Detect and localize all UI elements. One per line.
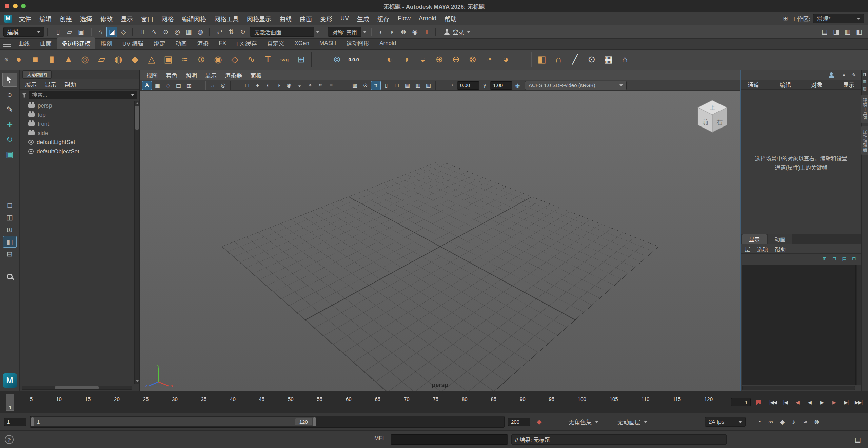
create-layer-from-selected-button[interactable]: ⊡ xyxy=(830,255,839,263)
separate-icon[interactable]: ◑ xyxy=(398,52,414,67)
shelf-tab[interactable]: XGen xyxy=(290,38,314,48)
move-tool-button[interactable]: + xyxy=(2,117,17,132)
lock-camera-icon[interactable]: ▣ xyxy=(153,81,162,90)
pencil-icon[interactable]: ✎ xyxy=(850,71,859,79)
snap-to-point-button[interactable]: ⊙ xyxy=(160,27,171,37)
menubar-item[interactable]: 网格显示 xyxy=(243,12,275,25)
exposure-field[interactable] xyxy=(457,81,479,90)
shelf-tab[interactable]: 曲线 xyxy=(14,37,35,49)
fps-dropdown[interactable]: 24 fps xyxy=(705,417,746,427)
play-backwards-button[interactable]: ◀ xyxy=(804,396,816,409)
search-input[interactable] xyxy=(32,92,129,98)
layer-editor-menu-item[interactable]: 层 xyxy=(745,245,750,253)
menubar-item[interactable]: 曲线 xyxy=(275,12,296,25)
channel-box-menu-item[interactable]: 通道 xyxy=(748,80,759,89)
layer-options-button[interactable]: ▤ xyxy=(840,255,849,263)
view-cube[interactable]: 上 前 右 xyxy=(693,98,731,136)
lasso-tool-button[interactable]: ○ xyxy=(2,87,17,102)
tool-settings-tab-icon[interactable]: ▥ xyxy=(862,78,868,84)
outliner-horizontal-scrollbar[interactable] xyxy=(22,386,132,390)
channel-box-menu-item[interactable]: 对象 xyxy=(811,80,823,89)
menubar-item[interactable]: 帮助 xyxy=(440,12,461,25)
shelf-editor-gear-icon[interactable] xyxy=(2,52,11,67)
scale-tool-button[interactable]: ▣ xyxy=(2,147,17,161)
wireframe-icon[interactable]: □ xyxy=(242,81,252,90)
chevron-down-icon[interactable] xyxy=(316,31,319,33)
sidebar-vertical-tab[interactable]: 建模工具包 xyxy=(861,95,868,123)
toggle-tool-settings-icon[interactable]: ▥ xyxy=(842,27,853,37)
textured-icon[interactable]: ◐ xyxy=(263,81,273,90)
animation-preferences-icon[interactable]: ⊛ xyxy=(811,417,822,427)
delete-layer-button[interactable]: ⊟ xyxy=(850,255,859,263)
range-start-handle[interactable] xyxy=(31,417,34,426)
sign-in-button[interactable]: 登录 xyxy=(440,27,474,37)
gamma-field[interactable] xyxy=(490,81,512,90)
outliner-menu-item[interactable]: 显示 xyxy=(41,79,60,90)
symmetry-dropdown[interactable]: 对称: 禁用 xyxy=(328,27,361,37)
filter-icon[interactable] xyxy=(22,93,27,98)
combine-icon[interactable]: ◐ xyxy=(382,52,397,67)
outliner-vertical-scrollbar[interactable] xyxy=(134,101,139,384)
shelf-tab[interactable]: FX 缓存 xyxy=(232,37,261,49)
layer-vertical-scrollbar[interactable] xyxy=(856,265,861,385)
viewport-menu-item[interactable]: 面板 xyxy=(246,70,266,81)
toggle-modeling-toolkit-icon[interactable]: ▤ xyxy=(819,27,830,37)
step-forward-key-button[interactable]: ▶ xyxy=(828,396,840,409)
menubar-item[interactable]: 修改 xyxy=(96,12,117,25)
toolbar-a-icon[interactable]: A xyxy=(142,81,152,90)
image-plane-icon[interactable]: ▦ xyxy=(184,81,194,90)
menubar-item[interactable]: 创建 xyxy=(56,12,76,25)
step-forward-frame-button[interactable]: ▶| xyxy=(840,396,852,409)
poly-helix-icon[interactable]: ≈ xyxy=(177,52,193,67)
layer-editor-tab[interactable]: 显示 xyxy=(742,234,767,244)
viewport-canvas[interactable]: 上 前 右 y x z persp xyxy=(140,91,740,391)
time-slider[interactable]: 1 51015202530354045505560657075808590951… xyxy=(3,393,728,412)
lighting-icon[interactable]: ◉ xyxy=(284,81,294,90)
menubar-item[interactable]: 显示 xyxy=(117,12,137,25)
viewport-menu-item[interactable]: 视图 xyxy=(142,70,162,81)
chevron-down-icon[interactable] xyxy=(363,31,367,33)
ipr-render-button[interactable]: ◗ xyxy=(387,27,397,37)
poly-torus-icon[interactable]: ◎ xyxy=(77,52,93,67)
save-scene-button[interactable]: ▣ xyxy=(76,27,86,37)
resolution-gate-icon[interactable]: ◻ xyxy=(392,81,402,90)
character-set-dropdown[interactable]: 无角色集 xyxy=(565,417,602,427)
poly-soccer-ball-icon[interactable]: ◉ xyxy=(210,52,226,67)
gate-mask-icon[interactable]: ▩ xyxy=(402,81,412,90)
command-input[interactable] xyxy=(391,434,508,445)
script-editor-icon[interactable] xyxy=(852,434,863,445)
shelf-tab[interactable]: MASH xyxy=(315,38,341,48)
menubar-item[interactable]: Arnold xyxy=(415,13,440,24)
poly-cone-icon[interactable]: ▲ xyxy=(61,52,76,67)
hypershade-layout-button[interactable]: ⊟ xyxy=(3,248,17,260)
set-key-button[interactable] xyxy=(534,417,545,427)
camera-attributes-icon[interactable]: ◇ xyxy=(163,81,173,90)
motion-blur-icon[interactable]: ≈ xyxy=(316,81,326,90)
outliner-menu-item[interactable]: 帮助 xyxy=(60,79,80,90)
snap-to-projected-center-button[interactable]: ◎ xyxy=(172,27,183,37)
shelf-menu-icon[interactable] xyxy=(3,42,11,47)
maya-logo-icon[interactable] xyxy=(4,15,12,23)
2d-pan-zoom-icon[interactable]: ↔ xyxy=(208,81,218,90)
shadows-icon[interactable]: ◒ xyxy=(295,81,304,90)
outliner-item[interactable]: front xyxy=(20,119,134,129)
layer-editor-tab[interactable]: 动画 xyxy=(768,234,792,244)
range-end-handle[interactable] xyxy=(313,417,316,426)
xray-icon[interactable]: ▨ xyxy=(350,81,360,90)
playback-end-value[interactable]: 120 xyxy=(295,418,312,425)
use-default-material-icon[interactable]: ◑ xyxy=(274,81,283,90)
poly-gear-icon[interactable]: ⊛ xyxy=(194,52,209,67)
poly-platonic-icon[interactable]: ◆ xyxy=(127,52,143,67)
shelf-tab[interactable]: Arnold xyxy=(375,38,401,48)
scroll-down-icon[interactable] xyxy=(136,380,139,382)
step-back-frame-button[interactable]: |◀ xyxy=(779,396,791,409)
scroll-up-icon[interactable] xyxy=(136,102,139,104)
live-surface-icon[interactable]: ⊚ xyxy=(329,52,345,67)
create-polygon-icon[interactable]: ⌂ xyxy=(617,52,633,67)
active-surface-field[interactable]: 无激活曲面 xyxy=(250,27,314,37)
select-tool-button[interactable] xyxy=(2,73,17,87)
construction-plane-icon[interactable]: ⊞ xyxy=(293,52,309,67)
gamma-toggle-icon[interactable] xyxy=(480,81,490,90)
poly-cube-icon[interactable]: ■ xyxy=(27,52,43,67)
anim-layer-dropdown[interactable]: 无动画层 xyxy=(614,417,651,427)
